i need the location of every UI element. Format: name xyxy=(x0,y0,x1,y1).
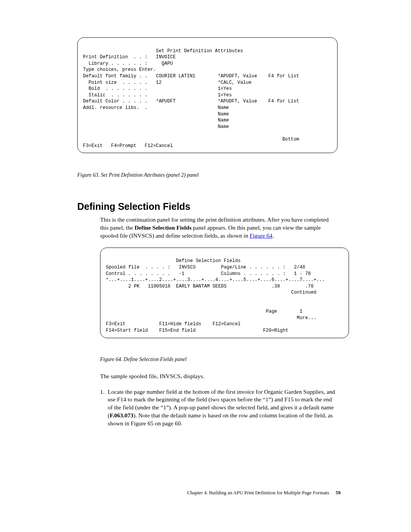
panel2-title: Define Selection Fields xyxy=(106,258,241,264)
panel2-l1: Spooled file . . . . : INVSCS Page/Line … xyxy=(106,265,305,270)
ol-item-1: Locate the page number field at the bott… xyxy=(108,388,338,428)
panel1-l2: Library . . . . . . : QAPU xyxy=(83,61,173,66)
panel2-l4: 2 PK 11005018 EARLY BANTAM SEEDS .38 .76 xyxy=(106,284,314,289)
panel1-l7: Italic . . . . . . . 1=Yes xyxy=(83,93,232,98)
panel2-l5: Continued xyxy=(106,290,316,295)
panel1-bottom: Bottom xyxy=(83,137,299,142)
panel1-l9: Addl. resource libs. . Name xyxy=(83,105,229,110)
panel2-l9: F14=Start field F15=End field F20=Right xyxy=(106,328,288,333)
panel2-l6: Page 1 xyxy=(106,309,303,314)
panel1-l4: Default font family . . COURIER LATIN1 *… xyxy=(83,73,299,79)
figure-64-caption: Figure 64. Define Selection Fields panel xyxy=(100,356,338,363)
panel2-l8: F3=Exit F11=Hide fields F12=Cancel xyxy=(106,321,241,327)
panel1-l12: Name xyxy=(83,124,229,129)
panel2-l2: Control . . . . . . . . -1 Columns . . .… xyxy=(106,271,311,276)
panel-set-print-def-attrs: Set Print Definition Attributes Print De… xyxy=(77,37,338,153)
footer-page-number: 59 xyxy=(336,490,341,495)
panel1-l11: Name xyxy=(83,118,229,123)
ol1-b: ). Note that the default name is based o… xyxy=(108,412,333,427)
panel2-l7: More... xyxy=(106,315,316,321)
panel1-l10: Name xyxy=(83,112,229,117)
page-footer: Chapter 4. Building an APU Print Definit… xyxy=(187,490,341,496)
panel-define-selection-fields: Define Selection Fields Spooled file . .… xyxy=(100,248,349,338)
figure-63-caption: Figure 63. Set Print Definition Attribut… xyxy=(77,172,338,178)
para1-c: . xyxy=(272,232,274,239)
panel2-l3: *...+....1....+....2....+....3....+....4… xyxy=(106,277,325,283)
panel1-l8: Default Color . . . . . *APUDFT *APUDFT,… xyxy=(83,99,299,104)
panel1-l5: Point size . . . . . 12 *CALC, Value xyxy=(83,80,252,85)
paragraph-2: The sample spooled file, INVSCS, display… xyxy=(100,372,338,380)
figure-64-link[interactable]: Figure 64 xyxy=(250,232,272,239)
ol-number: 1. xyxy=(100,388,108,428)
panel1-l3: Type choices, press Enter. xyxy=(83,67,156,72)
paragraph-1: This is the continuation panel for setti… xyxy=(100,216,338,240)
panel1-l1: Print Definition . . : INVOICE xyxy=(83,54,176,60)
panel1-keys: F3=Exit F4=Prompt F12=Cancel xyxy=(83,143,173,149)
panel1-l6: Bold . . . . . . . . 1=Yes xyxy=(83,86,232,91)
para1-bold: Define Selection Fields xyxy=(134,224,191,231)
footer-chapter: Chapter 4. Building an APU Print Definit… xyxy=(187,490,329,495)
section-heading-defining-selection-fields: Defining Selection Fields xyxy=(77,201,338,212)
panel1-title: Set Print Definition Attributes xyxy=(83,48,243,54)
ordered-list: 1. Locate the page number field at the b… xyxy=(100,388,338,428)
ol1-bold: F.063.073 xyxy=(110,412,133,419)
